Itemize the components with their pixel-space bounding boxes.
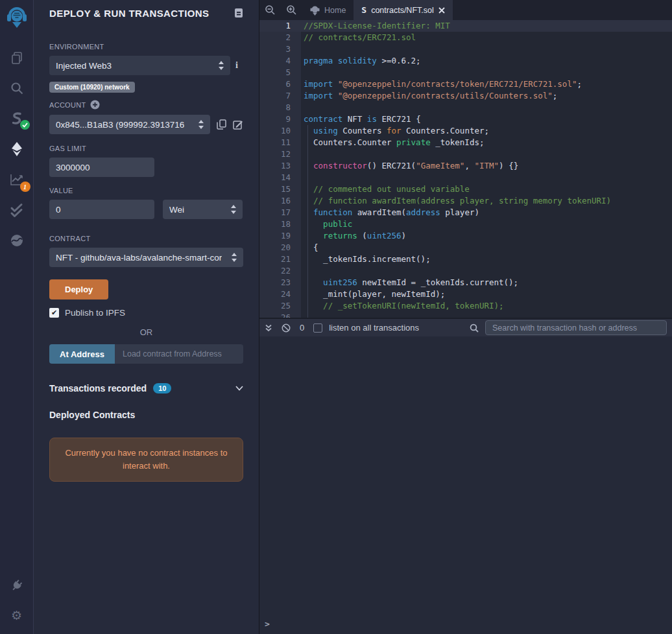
line-text: //SPDX-License-Identifier: MIT	[291, 20, 450, 32]
code-line-11[interactable]: 11 Counters.Counter private _tokenIds;	[259, 137, 672, 148]
line-text	[291, 172, 304, 183]
line-text: import "@openzeppelin/contracts/token/ER…	[291, 78, 582, 90]
code-line-22[interactable]: 22	[259, 265, 672, 277]
environment-select[interactable]: Injected Web3	[49, 56, 230, 75]
icon-rail: 1	[0, 0, 34, 634]
at-address-input[interactable]	[115, 344, 243, 364]
line-text: // commented out unused variable	[291, 183, 470, 195]
line-text	[291, 265, 304, 277]
environment-info-icon[interactable]: i	[230, 60, 243, 71]
line-number: 12	[259, 148, 291, 160]
terminal-search-input[interactable]	[485, 320, 667, 335]
code-line-7[interactable]: 7import "@openzeppelin/contracts/utils/C…	[259, 90, 672, 102]
solidity-unit-testing-icon[interactable]	[8, 202, 25, 218]
solidity-compiler-icon[interactable]	[8, 110, 25, 127]
account-label: ACCOUNT	[49, 100, 243, 110]
line-text	[291, 102, 304, 113]
code-line-17[interactable]: 17 function awardItem(address player)	[259, 207, 672, 218]
add-account-icon[interactable]	[90, 100, 100, 110]
tab-contracts-nft-sol[interactable]: S contracts/NFT.sol	[354, 0, 452, 20]
code-line-2[interactable]: 2// contracts/ERC721.sol	[259, 32, 672, 43]
sign-message-icon[interactable]	[233, 119, 243, 130]
or-divider: OR	[49, 327, 243, 337]
line-number: 22	[259, 265, 291, 277]
remix-logo-icon[interactable]	[6, 6, 27, 32]
chevron-down-icon[interactable]	[235, 386, 243, 391]
code-line-14[interactable]: 14	[259, 172, 672, 183]
code-line-25[interactable]: 25 // _setTokenURI(newItemId, tokenURI);	[259, 300, 672, 312]
code-line-3[interactable]: 3	[259, 43, 672, 55]
deploy-button[interactable]: Deploy	[49, 279, 108, 299]
remix-home-icon	[310, 5, 320, 16]
search-icon[interactable]	[8, 80, 25, 97]
line-text: _mint(player, newItemId);	[291, 288, 445, 300]
line-number: 9	[259, 113, 291, 125]
rail-bottom-icons: ⚙	[8, 577, 25, 624]
code-line-26[interactable]: 26	[259, 312, 672, 318]
code-line-13[interactable]: 13 constructor() ERC721("GameItem", "ITM…	[259, 160, 672, 172]
code-line-4[interactable]: 4pragma solidity >=0.6.2;	[259, 55, 672, 67]
compile-success-badge	[20, 120, 30, 130]
line-number: 5	[259, 67, 291, 78]
tab-home[interactable]: Home	[302, 0, 354, 20]
solidity-file-icon: S	[361, 5, 366, 15]
documentation-icon[interactable]	[234, 8, 243, 18]
zoom-in-icon[interactable]	[281, 0, 302, 20]
line-text: pragma solidity >=0.6.2;	[291, 55, 421, 67]
transactions-recorded-row[interactable]: Transactions recorded 10	[49, 383, 243, 393]
publish-ipfs-label: Publish to IPFS	[65, 308, 125, 318]
line-number: 10	[259, 125, 291, 137]
code-line-23[interactable]: 23 uint256 newItemId = _tokenIds.current…	[259, 277, 672, 288]
code-line-16[interactable]: 16 // function awardItem(address player,…	[259, 195, 672, 207]
at-address-button[interactable]: At Address	[49, 344, 115, 364]
clear-console-icon[interactable]	[282, 323, 291, 333]
account-select[interactable]: 0x845...B1aB3 (999992.3913716	[49, 115, 210, 134]
line-text	[291, 67, 304, 78]
line-text	[291, 312, 304, 318]
terminal-output[interactable]: >	[259, 336, 672, 634]
listen-transactions-checkbox[interactable]	[313, 323, 322, 333]
code-line-21[interactable]: 21 _tokenIds.increment();	[259, 253, 672, 265]
code-line-18[interactable]: 18 public	[259, 218, 672, 230]
publish-ipfs-checkbox[interactable]	[49, 308, 59, 318]
plugin-manager-icon[interactable]	[8, 577, 25, 594]
line-number: 2	[259, 32, 291, 43]
code-line-1[interactable]: 1//SPDX-License-Identifier: MIT	[259, 20, 672, 32]
line-number: 6	[259, 78, 291, 90]
terminal-prompt: >	[265, 619, 270, 629]
expand-terminal-icon[interactable]	[265, 324, 272, 332]
code-editor[interactable]: 1//SPDX-License-Identifier: MIT2// contr…	[259, 20, 672, 318]
code-line-20[interactable]: 20 {	[259, 242, 672, 253]
code-line-24[interactable]: 24 _mint(player, newItemId);	[259, 288, 672, 300]
zoom-out-icon[interactable]	[259, 0, 281, 20]
settings-gear-icon[interactable]: ⚙	[8, 607, 25, 624]
debugger-icon[interactable]	[8, 232, 25, 249]
code-line-10[interactable]: 10 using Counters for Counters.Counter;	[259, 125, 672, 137]
statistics-icon[interactable]: 1	[8, 171, 25, 188]
line-number: 14	[259, 172, 291, 183]
line-text: public	[291, 218, 352, 230]
line-text: {	[291, 242, 318, 253]
file-explorer-icon[interactable]	[8, 49, 25, 66]
code-line-15[interactable]: 15 // commented out unused variable	[259, 183, 672, 195]
value-unit-select[interactable]: Wei	[163, 200, 243, 219]
contract-select[interactable]: NFT - github/ava-labs/avalanche-smart-co…	[49, 248, 243, 267]
line-text: constructor() ERC721("GameItem", "ITM") …	[291, 160, 518, 172]
tab-bar: Home S contracts/NFT.sol	[259, 0, 672, 20]
code-lines: 1//SPDX-License-Identifier: MIT2// contr…	[259, 20, 672, 318]
value-input[interactable]	[49, 200, 154, 219]
code-line-19[interactable]: 19 returns (uint256)	[259, 230, 672, 242]
close-tab-icon[interactable]	[438, 7, 445, 14]
deploy-and-run-icon[interactable]	[8, 141, 25, 158]
transactions-recorded-label: Transactions recorded	[49, 383, 147, 393]
copy-account-icon[interactable]	[217, 119, 226, 130]
code-line-8[interactable]: 8	[259, 102, 672, 113]
line-number: 25	[259, 300, 291, 312]
gas-limit-input[interactable]	[49, 158, 154, 177]
code-line-12[interactable]: 12	[259, 148, 672, 160]
code-line-6[interactable]: 6import "@openzeppelin/contracts/token/E…	[259, 78, 672, 90]
line-text: function awardItem(address player)	[291, 207, 479, 218]
line-number: 17	[259, 207, 291, 218]
code-line-9[interactable]: 9contract NFT is ERC721 {	[259, 113, 672, 125]
code-line-5[interactable]: 5	[259, 67, 672, 78]
